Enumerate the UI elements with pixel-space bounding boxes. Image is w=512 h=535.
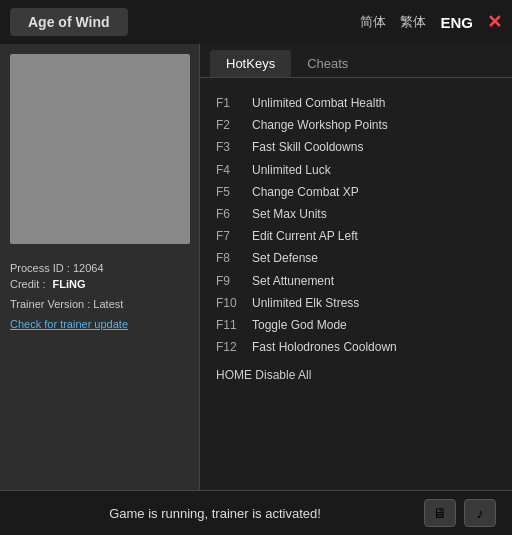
title-bar: Age of Wind 简体 繁体 ENG ✕ — [0, 0, 512, 44]
hotkey-description: Change Workshop Points — [252, 114, 388, 136]
hotkey-key: F9 — [216, 270, 248, 292]
left-panel: Process ID : 12064 Credit : FLiNG Traine… — [0, 44, 200, 490]
hotkey-row: F12Fast Holodrones Cooldown — [216, 336, 496, 358]
lang-traditional-button[interactable]: 繁体 — [400, 13, 426, 31]
hotkeys-list: F1Unlimited Combat HealthF2Change Worksh… — [200, 78, 512, 490]
hotkey-description: Fast Holodrones Cooldown — [252, 336, 397, 358]
hotkey-row: F8Set Defense — [216, 247, 496, 269]
hotkey-key: F6 — [216, 203, 248, 225]
hotkey-description: Edit Current AP Left — [252, 225, 358, 247]
hotkey-key: F7 — [216, 225, 248, 247]
hotkey-key: F2 — [216, 114, 248, 136]
tab-cheats[interactable]: Cheats — [291, 50, 364, 77]
hotkey-key: F10 — [216, 292, 248, 314]
tab-bar: HotKeys Cheats — [200, 44, 512, 78]
hotkey-row: F9Set Attunement — [216, 270, 496, 292]
hotkey-description: Toggle God Mode — [252, 314, 347, 336]
hotkey-description: Unlimited Combat Health — [252, 92, 385, 114]
hotkey-row: F2Change Workshop Points — [216, 114, 496, 136]
hotkey-row: F11Toggle God Mode — [216, 314, 496, 336]
info-block: Process ID : 12064 Credit : FLiNG Traine… — [10, 262, 189, 332]
status-icons: 🖥 ♪ — [424, 499, 496, 527]
hotkey-description: Change Combat XP — [252, 181, 359, 203]
hotkey-key: F5 — [216, 181, 248, 203]
trainer-version-label: Trainer Version : Latest — [10, 298, 189, 310]
hotkey-key: F12 — [216, 336, 248, 358]
close-button[interactable]: ✕ — [487, 13, 502, 31]
lang-english-button[interactable]: ENG — [440, 14, 473, 31]
hotkey-row: F6Set Max Units — [216, 203, 496, 225]
home-disable-all: HOME Disable All — [216, 368, 496, 382]
credit-label: Credit : — [10, 278, 45, 290]
hotkey-row: F10Unlimited Elk Stress — [216, 292, 496, 314]
hotkey-row: F7Edit Current AP Left — [216, 225, 496, 247]
hotkey-row: F1Unlimited Combat Health — [216, 92, 496, 114]
main-content: Process ID : 12064 Credit : FLiNG Traine… — [0, 44, 512, 490]
music-icon: ♪ — [477, 505, 484, 521]
right-panel: HotKeys Cheats F1Unlimited Combat Health… — [200, 44, 512, 490]
music-icon-button[interactable]: ♪ — [464, 499, 496, 527]
hotkey-key: F1 — [216, 92, 248, 114]
monitor-icon: 🖥 — [433, 505, 447, 521]
lang-simplified-button[interactable]: 简体 — [360, 13, 386, 31]
hotkey-key: F8 — [216, 247, 248, 269]
status-message: Game is running, trainer is activated! — [16, 506, 414, 521]
game-thumbnail — [10, 54, 190, 244]
title-bar-right: 简体 繁体 ENG ✕ — [360, 13, 502, 31]
credit-row: Credit : FLiNG — [10, 278, 189, 290]
app-title: Age of Wind — [10, 8, 128, 36]
process-label: Process ID : 12064 — [10, 262, 189, 274]
hotkey-description: Fast Skill Cooldowns — [252, 136, 363, 158]
monitor-icon-button[interactable]: 🖥 — [424, 499, 456, 527]
hotkey-description: Set Defense — [252, 247, 318, 269]
hotkey-description: Unlimited Elk Stress — [252, 292, 359, 314]
hotkey-description: Unlimited Luck — [252, 159, 331, 181]
hotkey-key: F4 — [216, 159, 248, 181]
hotkey-description: Set Attunement — [252, 270, 334, 292]
credit-value: FLiNG — [53, 278, 86, 290]
check-update-link[interactable]: Check for trainer update — [10, 318, 128, 330]
hotkey-description: Set Max Units — [252, 203, 327, 225]
hotkey-row: F3Fast Skill Cooldowns — [216, 136, 496, 158]
hotkey-row: F5Change Combat XP — [216, 181, 496, 203]
hotkey-key: F11 — [216, 314, 248, 336]
tab-hotkeys[interactable]: HotKeys — [210, 50, 291, 77]
hotkey-row: F4Unlimited Luck — [216, 159, 496, 181]
hotkey-key: F3 — [216, 136, 248, 158]
status-bar: Game is running, trainer is activated! 🖥… — [0, 490, 512, 535]
title-bar-left: Age of Wind — [10, 8, 360, 36]
